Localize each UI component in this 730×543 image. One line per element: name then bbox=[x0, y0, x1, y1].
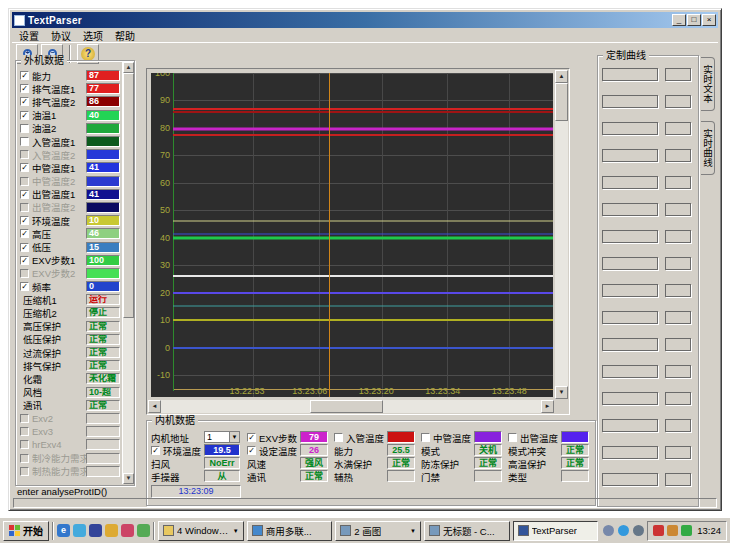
checkbox[interactable]: ✓ bbox=[151, 446, 160, 455]
scroll-left-icon[interactable]: ◄ bbox=[148, 400, 161, 413]
curve-value-slot[interactable] bbox=[665, 446, 691, 459]
h-gridline bbox=[173, 265, 553, 266]
scroll-up-icon[interactable]: ▲ bbox=[555, 70, 568, 83]
scroll-down-icon[interactable]: ▼ bbox=[123, 473, 134, 484]
checkbox[interactable]: ✓ bbox=[20, 163, 29, 172]
curve-value-slot[interactable] bbox=[665, 95, 691, 108]
checkbox[interactable] bbox=[334, 433, 343, 442]
side-tab-1[interactable]: 实时曲线 bbox=[701, 121, 715, 175]
curve-slot[interactable] bbox=[602, 446, 658, 459]
sensor-value bbox=[86, 268, 120, 279]
curve-value-slot[interactable] bbox=[665, 311, 691, 324]
checkbox[interactable]: ✓ bbox=[20, 71, 29, 80]
curve-slot[interactable] bbox=[602, 392, 658, 405]
curve-value-slot[interactable] bbox=[665, 473, 691, 486]
checkbox[interactable] bbox=[20, 137, 29, 146]
ie-icon[interactable]: e bbox=[57, 524, 70, 537]
menu-item[interactable]: 协议 bbox=[46, 28, 76, 43]
minimize-button[interactable]: _ bbox=[672, 14, 686, 26]
chart-horizontal-scrollbar[interactable]: ◄ ► bbox=[148, 400, 554, 413]
curve-slot[interactable] bbox=[602, 311, 658, 324]
time-cursor[interactable] bbox=[329, 73, 330, 397]
menu-item[interactable]: 设置 bbox=[14, 28, 44, 43]
curve-value-slot[interactable] bbox=[665, 392, 691, 405]
curve-slot[interactable] bbox=[602, 338, 658, 351]
scroll-down-icon[interactable]: ▼ bbox=[555, 386, 568, 399]
curve-slot[interactable] bbox=[602, 473, 658, 486]
green-tray-icon[interactable] bbox=[681, 525, 692, 536]
curve-value-slot[interactable] bbox=[665, 284, 691, 297]
checkbox[interactable] bbox=[20, 124, 29, 133]
curve-value-slot[interactable] bbox=[665, 419, 691, 432]
checkbox[interactable]: ✓ bbox=[247, 446, 256, 455]
volume-icon[interactable] bbox=[633, 525, 644, 536]
messenger-icon[interactable] bbox=[618, 525, 629, 536]
chevron-down-icon[interactable]: ▼ bbox=[233, 528, 239, 534]
outdoor-panel-scrollbar[interactable]: ▲ ▼ bbox=[122, 62, 133, 484]
curve-slot[interactable] bbox=[602, 122, 658, 135]
close-button[interactable]: × bbox=[702, 14, 716, 26]
checkbox[interactable]: ✓ bbox=[20, 84, 29, 93]
mail-icon[interactable] bbox=[137, 524, 150, 537]
checkbox[interactable]: ✓ bbox=[20, 282, 29, 291]
printer-icon[interactable] bbox=[603, 525, 614, 536]
security-icon[interactable] bbox=[121, 524, 134, 537]
start-button[interactable]: 开始 bbox=[3, 521, 49, 541]
scroll-up-icon[interactable]: ▲ bbox=[123, 62, 134, 73]
curve-value-slot[interactable] bbox=[665, 338, 691, 351]
chart-vertical-scrollbar[interactable]: ▲ ▼ bbox=[555, 70, 568, 399]
curve-slot[interactable] bbox=[602, 149, 658, 162]
curve-slot[interactable] bbox=[602, 284, 658, 297]
curve-value-slot[interactable] bbox=[665, 230, 691, 243]
task-button[interactable]: 无标题 - C... bbox=[424, 521, 510, 541]
curve-value-slot[interactable] bbox=[665, 149, 691, 162]
curve-slot[interactable] bbox=[602, 68, 658, 81]
checkbox[interactable] bbox=[421, 433, 430, 442]
task-button[interactable]: 商用多联... bbox=[247, 521, 333, 541]
checkbox[interactable]: ✓ bbox=[20, 216, 29, 225]
folder-icon[interactable] bbox=[105, 524, 118, 537]
task-button[interactable]: TextParser bbox=[513, 521, 599, 541]
restore-button[interactable]: □ bbox=[687, 14, 701, 26]
curve-value-slot[interactable] bbox=[665, 68, 691, 81]
curve-slot[interactable] bbox=[602, 176, 658, 189]
checkbox[interactable]: ✓ bbox=[247, 433, 256, 442]
checkbox[interactable]: ✓ bbox=[20, 229, 29, 238]
checkbox[interactable]: ✓ bbox=[20, 243, 29, 252]
scroll-thumb[interactable] bbox=[555, 83, 568, 121]
checkbox bbox=[20, 440, 29, 449]
plot-area[interactable]: 13:22:5313:23:0613:23:2013:23:3413:23:48… bbox=[151, 73, 553, 397]
checkbox[interactable]: ✓ bbox=[20, 256, 29, 265]
checkbox[interactable]: ✓ bbox=[20, 111, 29, 120]
curve-value-slot[interactable] bbox=[665, 176, 691, 189]
curve-value-slot[interactable] bbox=[665, 257, 691, 270]
chevron-down-icon[interactable]: ▼ bbox=[410, 528, 416, 534]
orange-tray-icon[interactable] bbox=[667, 525, 678, 536]
menu-item[interactable]: 帮助 bbox=[110, 28, 140, 43]
checkbox[interactable]: ✓ bbox=[20, 97, 29, 106]
task-button[interactable]: 2 画图▼ bbox=[335, 521, 421, 541]
scroll-thumb[interactable] bbox=[123, 73, 134, 318]
red-tray-icon[interactable] bbox=[653, 525, 664, 536]
titlebar[interactable]: TextParser _ □ × bbox=[12, 12, 718, 28]
curve-slot[interactable] bbox=[602, 257, 658, 270]
curve-value-slot[interactable] bbox=[665, 365, 691, 378]
scroll-right-icon[interactable]: ► bbox=[541, 400, 554, 413]
menu-item[interactable]: 选项 bbox=[78, 28, 108, 43]
checkbox[interactable] bbox=[508, 433, 517, 442]
curve-slot[interactable] bbox=[602, 419, 658, 432]
checkbox[interactable]: ✓ bbox=[20, 190, 29, 199]
curve-value-slot[interactable] bbox=[665, 122, 691, 135]
scroll-thumb[interactable] bbox=[310, 400, 383, 413]
browser-icon[interactable] bbox=[73, 524, 86, 537]
chevron-down-icon[interactable]: ▼ bbox=[229, 432, 239, 442]
media-player-icon[interactable] bbox=[89, 524, 102, 537]
task-button[interactable]: 4 Windows...▼ bbox=[158, 521, 244, 541]
curve-value-slot[interactable] bbox=[665, 203, 691, 216]
curve-slot[interactable] bbox=[602, 95, 658, 108]
curve-slot[interactable] bbox=[602, 365, 658, 378]
side-tab-0[interactable]: 实时文本 bbox=[701, 57, 715, 111]
curve-slot[interactable] bbox=[602, 203, 658, 216]
indoor-address-dropdown[interactable]: 1▼ bbox=[204, 431, 240, 443]
curve-slot[interactable] bbox=[602, 230, 658, 243]
